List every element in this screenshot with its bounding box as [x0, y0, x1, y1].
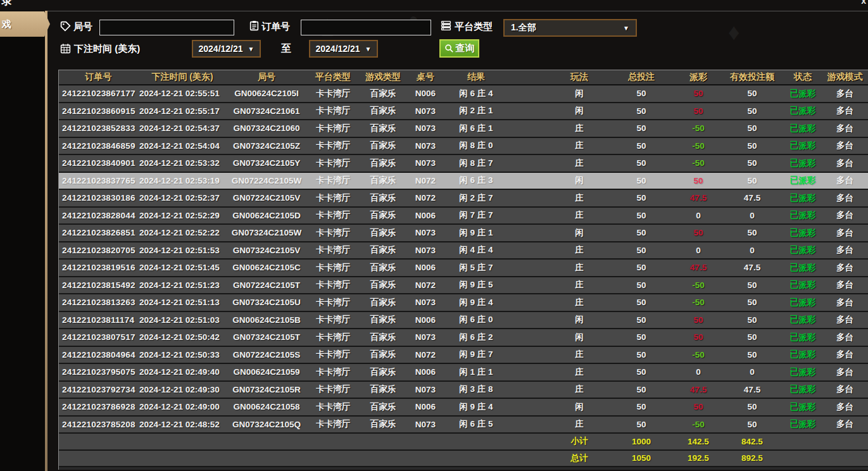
cell-total-bet: 50	[607, 385, 676, 394]
cell-bet-time: 2024-12-21 02:53:19	[138, 176, 227, 185]
cell-platform: 卡卡湾厅	[306, 158, 360, 169]
table-row[interactable]: 2412210238468592024-12-21 02:54:04GN0732…	[59, 138, 868, 156]
col-header-valid-bet: 有效投注额	[720, 72, 784, 83]
cell-valid-bet: 0	[720, 367, 784, 377]
cell-play: 庄	[552, 123, 607, 134]
table-row[interactable]: 2412210238207052024-12-21 02:51:53GN0732…	[59, 242, 868, 260]
cell-mode: 多台	[822, 158, 868, 169]
table-row[interactable]: 2412210238609152024-12-21 02:55:17GN0732…	[59, 103, 868, 121]
cell-valid-bet: 47.5	[720, 385, 784, 394]
table-row[interactable]: 2412210237852082024-12-21 02:48:52GN0732…	[59, 417, 868, 434]
table-row[interactable]: 2412210238268512024-12-21 02:52:22GN0732…	[59, 225, 868, 242]
cell-platform: 卡卡湾厅	[306, 244, 360, 256]
cell-bet-time: 2024-12-21 02:54:37	[138, 123, 227, 133]
cell-payout: -50	[676, 123, 720, 133]
cell-play: 庄	[552, 279, 607, 291]
table-row[interactable]: 2412210238049642024-12-21 02:50:33GN0722…	[59, 347, 868, 365]
cell-platform: 卡卡湾厅	[306, 123, 360, 134]
order-no-input[interactable]	[301, 20, 431, 35]
cell-result: 闲 9 庄 4	[444, 401, 508, 413]
cell-payout: -50	[676, 420, 720, 429]
cell-bet-time: 2024-12-21 02:51:03	[138, 315, 227, 325]
window-title-fragment: 录	[1, 0, 12, 8]
cell-platform: 卡卡湾厅	[306, 332, 360, 343]
table-row[interactable]: 2412210238195162024-12-21 02:51:45GN0062…	[59, 260, 868, 277]
table-row[interactable]: 2412210238132632024-12-21 02:51:13GN0732…	[59, 294, 868, 312]
panel-top-border	[45, 11, 868, 11]
platform-type-select[interactable]: 1.全部 ▼	[503, 19, 637, 37]
cell-order-no: 241221023828044	[59, 211, 138, 220]
cell-platform: 卡卡湾厅	[306, 384, 360, 395]
date-from-select[interactable]: 2024/12/21 ▼	[192, 40, 261, 58]
search-button-label: 查询	[456, 42, 475, 54]
table-row[interactable]: 2412210238075172024-12-21 02:50:42GN0732…	[59, 329, 868, 347]
cell-table-no: N006	[406, 211, 444, 220]
table-row[interactable]: 2412210238409012024-12-21 02:53:32GN0732…	[59, 155, 868, 173]
cell-valid-bet: 50	[720, 141, 784, 151]
cell-order-no: 241221023860915	[59, 106, 138, 116]
cell-total-bet: 50	[607, 123, 676, 133]
cell-mode: 多台	[822, 175, 868, 186]
date-to-select[interactable]: 2024/12/21 ▼	[309, 40, 378, 58]
chevron-down-icon: ▼	[365, 46, 372, 53]
subtotal-row: 小计 1000 142.5 842.5	[59, 434, 868, 451]
cell-table-no: N006	[406, 89, 444, 98]
cell-mode: 多台	[822, 349, 868, 360]
clipboard-icon	[249, 20, 260, 31]
cell-status: 已派彩	[784, 105, 822, 116]
cell-mode: 多台	[822, 140, 868, 151]
cell-payout: -50	[676, 350, 720, 360]
table-row[interactable]: 2412210238111742024-12-21 02:51:03GN0062…	[59, 312, 868, 330]
tag-icon	[60, 21, 71, 32]
cell-play: 庄	[552, 158, 607, 169]
table-row[interactable]: 2412210238301862024-12-21 02:52:37GN0722…	[59, 190, 868, 208]
cell-game-type: 百家乐	[360, 105, 406, 116]
cell-play: 闲	[552, 314, 607, 325]
cell-mode: 多台	[822, 367, 868, 378]
cell-bet-time: 2024-12-21 02:55:51	[138, 89, 227, 98]
cell-table-no: N072	[406, 350, 444, 360]
table-body: 2412210238671772024-12-21 02:55:51GN0062…	[59, 85, 868, 434]
table-row[interactable]: 2412210237869282024-12-21 02:49:00GN0062…	[59, 399, 868, 417]
betting-records-page: { "window": { "title_fragment": "录", "cl…	[0, 0, 868, 471]
cell-total-bet: 50	[607, 280, 676, 290]
cell-mode: 多台	[822, 297, 868, 308]
cell-bet-time: 2024-12-21 02:51:23	[138, 280, 227, 290]
sidebar-item-live-game[interactable]: 戏	[0, 11, 50, 37]
table-row[interactable]: 2412210238377652024-12-21 02:53:19GN0722…	[59, 173, 868, 191]
cell-play: 庄	[552, 418, 607, 430]
close-icon[interactable]: x	[861, 0, 866, 6]
grand-total-payout: 192.5	[676, 453, 720, 463]
cell-game-no: GN00624C2105I	[227, 89, 306, 98]
cell-result: 闲 6 庄 2	[444, 332, 508, 343]
cell-game-type: 百家乐	[360, 262, 406, 273]
cell-game-no: GN07324C2105Z	[227, 141, 306, 151]
table-row[interactable]: 2412210238528332024-12-21 02:54:37GN0732…	[59, 120, 868, 138]
table-row[interactable]: 2412210238280442024-12-21 02:52:29GN0062…	[59, 208, 868, 225]
cell-game-type: 百家乐	[360, 244, 406, 256]
cell-platform: 卡卡湾厅	[306, 297, 360, 308]
cell-game-type: 百家乐	[360, 88, 406, 99]
cell-mode: 多台	[822, 418, 868, 430]
table-row[interactable]: 2412210238154922024-12-21 02:51:23GN0722…	[59, 277, 868, 295]
background-card-ghost: ♦	[728, 19, 739, 46]
table-row[interactable]: 2412210237927342024-12-21 02:49:30GN0732…	[59, 382, 868, 399]
subtotal-total-bet: 1000	[607, 437, 676, 446]
cell-order-no: 241221023815492	[59, 280, 138, 290]
cell-result: 闲 8 庄 0	[444, 140, 508, 151]
chevron-down-icon: ▼	[248, 46, 255, 53]
cell-total-bet: 50	[607, 246, 676, 255]
col-header-status: 状态	[784, 72, 822, 83]
cell-result: 闲 2 庄 1	[444, 105, 508, 116]
cell-payout: 50	[676, 402, 720, 411]
cell-order-no: 241221023795075	[59, 367, 138, 377]
table-row[interactable]: 2412210238671772024-12-21 02:55:51GN0062…	[59, 85, 868, 103]
cell-bet-time: 2024-12-21 02:49:40	[138, 367, 227, 377]
cell-game-type: 百家乐	[360, 384, 406, 395]
search-button[interactable]: 查询	[439, 39, 479, 58]
table-row[interactable]: 2412210237950752024-12-21 02:49:40GN0062…	[59, 364, 868, 382]
cell-order-no: 241221023867177	[59, 89, 138, 98]
game-no-input[interactable]	[99, 20, 234, 35]
cell-game-no: GN07324C2105R	[227, 385, 306, 394]
cell-bet-time: 2024-12-21 02:50:33	[138, 350, 227, 360]
